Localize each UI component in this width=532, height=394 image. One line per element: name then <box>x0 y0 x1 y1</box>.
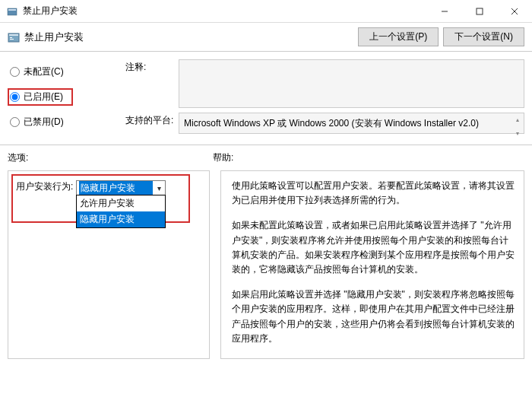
radio-not-configured-input[interactable] <box>10 67 20 77</box>
svg-rect-3 <box>477 8 483 14</box>
dropdown-display[interactable]: 隐藏用户安装 ▾ <box>76 180 166 195</box>
help-paragraph-3: 如果启用此策略设置并选择 "隐藏用户安装"，则安装程序将忽略按照每个用户安装的应… <box>232 288 515 346</box>
help-pane: 使用此策略设置可以配置用户安装。若要配置此策略设置，请将其设置为已启用并使用下拉… <box>220 170 524 359</box>
config-area: 未配置(C) 已启用(E) 已禁用(D) 注释: 支持的平台: Microsof… <box>0 52 532 145</box>
radio-not-configured-label: 未配置(C) <box>24 65 64 78</box>
help-paragraph-2: 如果未配置此策略设置，或者如果已启用此策略设置并选择了 "允许用户安装"，则安装… <box>232 218 515 277</box>
close-button[interactable] <box>497 0 532 23</box>
dropdown-item-hide[interactable]: 隐藏用户安装 <box>77 211 165 227</box>
behavior-label: 用户安装行为: <box>16 179 73 194</box>
pane-labels: 选项: 帮助: <box>0 145 532 167</box>
dropdown-list: 允许用户安装 隐藏用户安装 <box>76 195 166 228</box>
svg-rect-8 <box>10 37 12 38</box>
window-controls <box>427 0 532 23</box>
window-title: 禁止用户安装 <box>23 5 427 17</box>
radio-disabled-label: 已禁用(D) <box>24 116 64 129</box>
config-right: 注释: 支持的平台: Microsoft Windows XP 或 Window… <box>125 59 524 138</box>
titlebar: 禁止用户安装 <box>0 0 532 23</box>
dropdown-selected: 隐藏用户安装 <box>79 181 153 195</box>
behavior-dropdown[interactable]: 隐藏用户安装 ▾ 允许用户安装 隐藏用户安装 <box>76 180 166 195</box>
radio-enabled-input[interactable] <box>10 92 20 102</box>
radio-enabled[interactable]: 已启用(E) <box>8 88 73 106</box>
scroll-up-icon[interactable]: ▴ <box>511 113 524 127</box>
minimize-button[interactable] <box>427 0 462 23</box>
platform-text: Microsoft Windows XP 或 Windows 2000 (安装有… <box>184 118 479 129</box>
next-setting-button[interactable]: 下一个设置(N) <box>443 27 524 46</box>
radio-disabled[interactable]: 已禁用(D) <box>8 113 125 131</box>
subheader: 禁止用户安装 上一个设置(P) 下一个设置(N) <box>0 23 532 52</box>
chevron-down-icon: ▾ <box>153 184 165 192</box>
maximize-button[interactable] <box>462 0 497 23</box>
svg-rect-7 <box>9 34 18 36</box>
policy-icon <box>6 5 18 17</box>
policy-icon <box>8 31 20 43</box>
scroll-down-icon[interactable]: ▾ <box>511 127 524 141</box>
dropdown-item-allow[interactable]: 允许用户安装 <box>77 195 165 211</box>
previous-setting-button[interactable]: 上一个设置(P) <box>358 27 439 46</box>
radio-disabled-input[interactable] <box>10 117 20 127</box>
svg-rect-9 <box>10 39 14 40</box>
options-pane: 用户安装行为: 隐藏用户安装 ▾ 允许用户安装 隐藏用户安装 <box>8 170 210 359</box>
bottom-area: 用户安装行为: 隐藏用户安装 ▾ 允许用户安装 隐藏用户安装 使用此策略设置可以… <box>0 167 532 367</box>
platform-label: 支持的平台: <box>125 113 179 134</box>
supported-platform: Microsoft Windows XP 或 Windows 2000 (安装有… <box>179 113 524 134</box>
highlight-box: 用户安装行为: 隐藏用户安装 ▾ 允许用户安装 隐藏用户安装 <box>11 174 190 223</box>
help-paragraph-1: 使用此策略设置可以配置用户安装。若要配置此策略设置，请将其设置为已启用并使用下拉… <box>232 179 515 208</box>
radio-not-configured[interactable]: 未配置(C) <box>8 63 125 81</box>
svg-rect-1 <box>8 9 16 11</box>
options-label: 选项: <box>8 151 213 164</box>
comment-label: 注释: <box>125 59 179 108</box>
radio-enabled-label: 已启用(E) <box>24 91 63 103</box>
policy-name: 禁止用户安装 <box>24 30 353 44</box>
help-label: 帮助: <box>213 151 233 164</box>
comment-input[interactable] <box>179 59 524 108</box>
platform-scrollbar[interactable]: ▴ ▾ <box>511 113 524 133</box>
state-radios: 未配置(C) 已启用(E) 已禁用(D) <box>8 59 125 138</box>
